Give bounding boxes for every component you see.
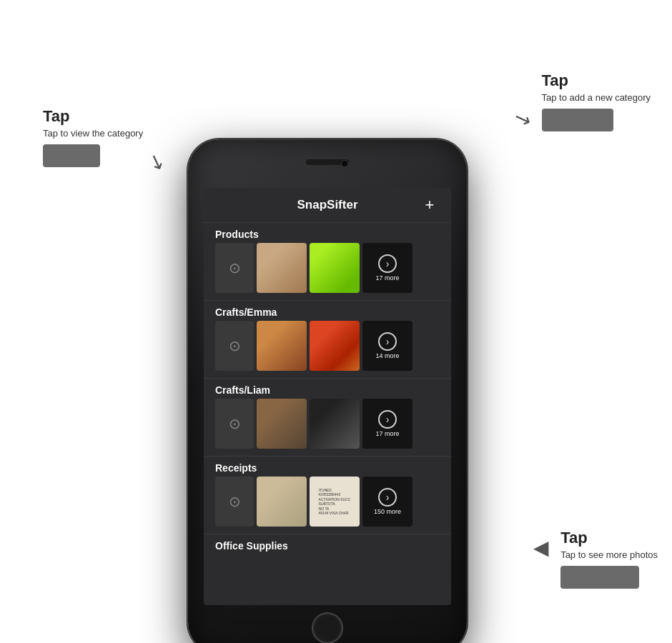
crafts-emma-more-button[interactable]: › 14 more <box>362 321 412 371</box>
crafts-liam-camera-button[interactable]: ⊙ <box>215 399 254 449</box>
top-right-callout-box <box>542 109 613 131</box>
receipts-camera-button[interactable]: ⊙ <box>215 477 254 527</box>
phone-shell: SnapSifter + Products ⊙ › <box>188 139 467 643</box>
bottom-right-arrow-icon: ◀ <box>533 536 549 559</box>
product-more-circle: › <box>378 254 397 273</box>
bottom-right-callout-title: Tap <box>560 529 658 547</box>
category-crafts-emma-images: ⊙ › 14 more <box>204 321 451 378</box>
crafts-emma-more-arrow-icon: › <box>386 336 390 347</box>
top-right-callout-title: Tap <box>542 71 651 90</box>
phone-home-button[interactable] <box>313 614 342 642</box>
phone-screen: SnapSifter + Products ⊙ › <box>204 188 451 605</box>
crafts-liam-more-overlay: › 17 more <box>362 399 412 449</box>
top-left-callout-box <box>43 144 100 167</box>
crafts-emma-thumb-1[interactable] <box>257 321 307 371</box>
crafts-liam-more-circle: › <box>378 410 397 429</box>
add-category-button[interactable]: + <box>420 195 440 215</box>
camera-icon-3: ⊙ <box>229 415 241 432</box>
category-crafts-liam-label: Crafts/Liam <box>204 379 451 399</box>
category-products: Products ⊙ › 17 more <box>204 223 451 301</box>
top-right-callout: Tap Tap to add a new category ↙ <box>514 71 651 131</box>
app-title: SnapSifter <box>235 198 420 212</box>
receipts-thumb-2[interactable]: ITUNES #2953286442 ACTIVATION SUCC SUBTO… <box>310 477 360 527</box>
category-crafts-liam-images: ⊙ › 17 more <box>204 399 451 456</box>
category-receipts-images: ⊙ ITUNES #2953286442 ACTIVATION SUCC SUB… <box>204 477 451 534</box>
top-right-arrow-icon: ↙ <box>510 105 534 133</box>
category-products-images: ⊙ › 17 more <box>204 243 451 300</box>
top-right-callout-text: Tap to add a new category <box>542 91 651 104</box>
product-more-overlay: › 17 more <box>362 243 412 293</box>
category-receipts: Receipts ⊙ ITUNES #2953286442 ACTIVATION… <box>204 457 451 534</box>
camera-icon-2: ⊙ <box>229 337 241 354</box>
category-crafts-emma: Crafts/Emma ⊙ › 14 more <box>204 301 451 379</box>
top-left-callout: Tap Tap to view the category ↘ <box>43 107 165 174</box>
receipts-thumb-1[interactable] <box>257 477 307 527</box>
receipts-more-count: 150 more <box>374 508 401 515</box>
products-camera-button[interactable]: ⊙ <box>215 243 254 293</box>
receipts-more-button[interactable]: › 150 more <box>362 477 412 527</box>
product-more-button[interactable]: › 17 more <box>362 243 412 293</box>
phone-camera <box>342 161 347 166</box>
category-crafts-emma-label: Crafts/Emma <box>204 301 451 321</box>
product-more-arrow-icon: › <box>386 258 390 269</box>
crafts-liam-thumb-1[interactable] <box>257 399 307 449</box>
camera-icon: ⊙ <box>229 259 241 276</box>
crafts-emma-thumb-2[interactable] <box>310 321 360 371</box>
bottom-right-callout-box <box>560 566 639 589</box>
bottom-right-callout-text: Tap to see more photos <box>560 549 658 562</box>
down-right-arrow-icon: ↘ <box>145 148 169 176</box>
receipt-text: ITUNES #2953286442 ACTIVATION SUCC SUBTO… <box>316 485 354 519</box>
category-crafts-liam: Crafts/Liam ⊙ › 17 more <box>204 379 451 457</box>
crafts-liam-more-count: 17 more <box>375 430 399 437</box>
crafts-liam-more-button[interactable]: › 17 more <box>362 399 412 449</box>
receipts-more-arrow-icon: › <box>386 492 390 503</box>
category-receipts-label: Receipts <box>204 457 451 477</box>
phone-device: SnapSifter + Products ⊙ › <box>188 139 467 643</box>
crafts-emma-camera-button[interactable]: ⊙ <box>215 321 254 371</box>
crafts-emma-more-circle: › <box>378 332 397 351</box>
app-header: SnapSifter + <box>204 188 451 223</box>
receipts-more-circle: › <box>378 488 397 507</box>
crafts-liam-more-arrow-icon: › <box>386 414 390 425</box>
category-office-supplies-label: Office Supplies <box>204 534 451 554</box>
product-thumb-1[interactable] <box>257 243 307 293</box>
bottom-right-callout: Tap Tap to see more photos ◀ <box>533 529 658 589</box>
crafts-liam-thumb-2[interactable] <box>310 399 360 449</box>
product-more-count: 17 more <box>375 274 399 281</box>
top-left-callout-title: Tap <box>43 107 143 126</box>
top-left-callout-text: Tap to view the category <box>43 127 143 140</box>
category-products-label: Products <box>204 223 451 243</box>
crafts-emma-more-overlay: › 14 more <box>362 321 412 371</box>
product-thumb-2[interactable] <box>310 243 360 293</box>
crafts-emma-more-count: 14 more <box>375 352 399 359</box>
receipts-more-overlay: › 150 more <box>362 477 412 527</box>
camera-icon-4: ⊙ <box>229 493 241 510</box>
